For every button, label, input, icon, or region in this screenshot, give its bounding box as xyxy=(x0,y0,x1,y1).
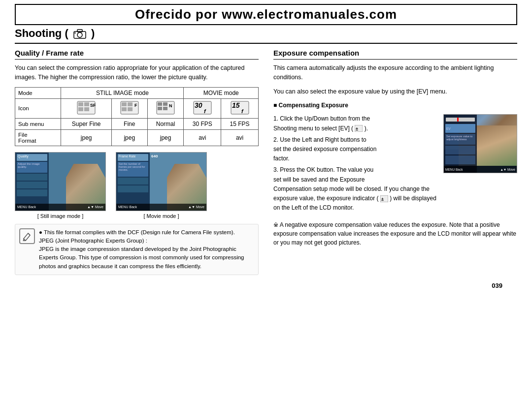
table-header-mode: Mode xyxy=(15,87,61,98)
exposure-steps-text: 1. Click the Up/Down button from theShoo… xyxy=(273,114,439,216)
page-number: 039 xyxy=(15,279,517,289)
two-columns: Quality / Frame rate You can select the … xyxy=(15,49,517,279)
svg-rect-5 xyxy=(78,102,83,106)
svg-text:30: 30 xyxy=(195,101,202,109)
ev-desc-text: Set exposure value to adjust brightness xyxy=(446,135,474,141)
svg-text:15: 15 xyxy=(232,101,240,109)
svg-point-3 xyxy=(74,32,75,33)
page-title: Shooting ( ) xyxy=(15,27,95,40)
svg-rect-19 xyxy=(163,102,167,106)
quality-description: You can select the compression ratio app… xyxy=(15,63,259,82)
svg-text:N: N xyxy=(169,103,172,108)
note-box: ● This file format complies with the DCF… xyxy=(15,224,259,275)
movie-screenshot-wrapper: Frame Rate Set the number of frames per … xyxy=(116,152,207,219)
svg-rect-20 xyxy=(163,107,167,110)
table-row-icon-label: Icon xyxy=(15,98,61,118)
exposure-steps-area: 1. Click the Up/Down button from theShoo… xyxy=(273,114,517,216)
table-submenu-label: Sub menu xyxy=(15,118,61,129)
table-cell-jpeg3: jpeg xyxy=(147,129,184,146)
svg-rect-12 xyxy=(122,107,127,111)
ev-screenshot: EV Set exposure value to adjust brightne… xyxy=(443,114,517,173)
ev-menu-row-ev: EV xyxy=(445,124,475,133)
table-fileformat-label: FileFormat xyxy=(15,129,61,146)
still-menu-item2 xyxy=(17,174,47,181)
movie-screen-menu: Frame Rate Set the number of frames per … xyxy=(116,153,150,211)
table-icon-f: F xyxy=(111,98,147,118)
svg-rect-14 xyxy=(128,107,133,111)
left-column: Quality / Frame rate You can select the … xyxy=(15,49,259,279)
table-cell-15fps: 15 FPS xyxy=(221,118,259,129)
pencil-icon xyxy=(22,231,32,241)
svg-rect-18 xyxy=(158,107,162,110)
table-cell-jpeg1: jpeg xyxy=(61,129,111,146)
quality-table: Mode STILL IMAGE mode MOVIE mode Icon S xyxy=(15,87,259,146)
svg-text:F: F xyxy=(134,103,137,108)
table-header-movie: MOVIE mode xyxy=(184,87,259,98)
main-content: Shooting ( ) Quality / Frame rate You ca… xyxy=(0,27,532,289)
sf-icon: SF xyxy=(77,101,96,115)
ev-icon-inline: ± xyxy=(355,125,363,132)
ev-indicator-icon: ± xyxy=(380,195,388,202)
exposure-desc2: You can also select the exposure value b… xyxy=(273,87,517,96)
still-menu-desc: Adjust the image quality. xyxy=(17,162,47,173)
f-icon: F xyxy=(120,101,139,115)
svg-text:SF: SF xyxy=(90,103,96,108)
still-move-label: ▲▼ Move xyxy=(87,205,103,209)
movie-screen-preview: 640 xyxy=(150,153,206,211)
ev-label: EV xyxy=(446,127,451,130)
still-screen-bottom: MENU Back ▲▼ Move xyxy=(15,204,105,211)
table-icon-30fps: 30 f xyxy=(184,98,221,118)
movie-move-label: ▲▼ Move xyxy=(188,205,204,209)
table-cell-jpeg2: jpeg xyxy=(111,129,147,146)
still-screenshot-wrapper: Quality Adjust the image quality. xyxy=(15,152,106,219)
svg-text:±: ± xyxy=(381,197,384,202)
table-cell-superfine: Super Fine xyxy=(61,118,111,129)
ev-menu-row-empty1 xyxy=(445,146,475,154)
svg-rect-17 xyxy=(158,102,162,106)
ev-menu-row-empty2 xyxy=(445,155,475,164)
svg-rect-8 xyxy=(84,107,89,111)
ev-back-label: MENU Back xyxy=(445,168,463,171)
table-cell-fine: Fine xyxy=(111,118,147,129)
movie-menu-item2 xyxy=(118,178,148,185)
movie-back-label: MENU Back xyxy=(118,205,137,209)
movie-caption: [ Movie mode ] xyxy=(143,213,179,219)
note-icon xyxy=(19,228,35,244)
still-caption: [ Still image mode ] xyxy=(37,213,84,219)
ev-move-label: ▲▼ Move xyxy=(500,168,515,171)
still-menu-item4 xyxy=(17,189,47,196)
table-icon-15fps: 15 f xyxy=(221,98,259,118)
still-back-label: MENU Back xyxy=(17,205,36,209)
note-text: ● This file format complies with the DCF… xyxy=(39,228,254,271)
table-cell-normal: Normal xyxy=(147,118,184,129)
table-icon-sf: SF xyxy=(61,98,111,118)
table-cell-avi1: avi xyxy=(184,129,221,146)
30fps-icon: 30 f xyxy=(193,101,212,115)
svg-rect-7 xyxy=(84,102,89,106)
movie-screen-bottom: MENU Back ▲▼ Move xyxy=(116,204,206,211)
compensating-label: ■ Compensating Exposure xyxy=(273,101,517,110)
step-1: 1. Click the Up/Down button from theShoo… xyxy=(273,114,439,133)
still-menu-item3 xyxy=(17,182,47,188)
steps-list: 1. Click the Up/Down button from theShoo… xyxy=(273,114,439,213)
table-cell-avi2: avi xyxy=(221,129,259,146)
ev-menu-bar: EV Set exposure value to adjust brightne… xyxy=(444,115,477,173)
screenshots-row: Quality Adjust the image quality. xyxy=(15,152,259,219)
still-screenshot: Quality Adjust the image quality. xyxy=(15,152,106,211)
table-icon-n: N xyxy=(147,98,184,118)
exposure-desc1: This camera automatically adjusts the ex… xyxy=(273,63,517,82)
ev-menu-row-desc: Set exposure value to adjust brightness xyxy=(445,134,475,145)
svg-rect-11 xyxy=(122,102,127,106)
exposure-section-title: Exposure compensation xyxy=(273,49,517,60)
movie-screenshot: Frame Rate Set the number of frames per … xyxy=(116,152,207,211)
svg-rect-6 xyxy=(78,107,83,111)
n-icon: N xyxy=(156,101,175,115)
15fps-icon: 15 f xyxy=(231,101,249,115)
note-bullet2-label: JPEG (Joint Photographic Experts Group) … xyxy=(39,238,147,244)
still-screen-menu: Quality Adjust the image quality. xyxy=(15,153,49,211)
svg-text:±: ± xyxy=(356,126,358,131)
quality-section-title: Quality / Frame rate xyxy=(15,49,259,60)
top-banner: Ofrecido por www.electromanuales.com xyxy=(15,4,517,25)
step-3: 3. Press the OK button. The value youset… xyxy=(273,165,439,213)
still-screen-preview xyxy=(49,153,105,211)
